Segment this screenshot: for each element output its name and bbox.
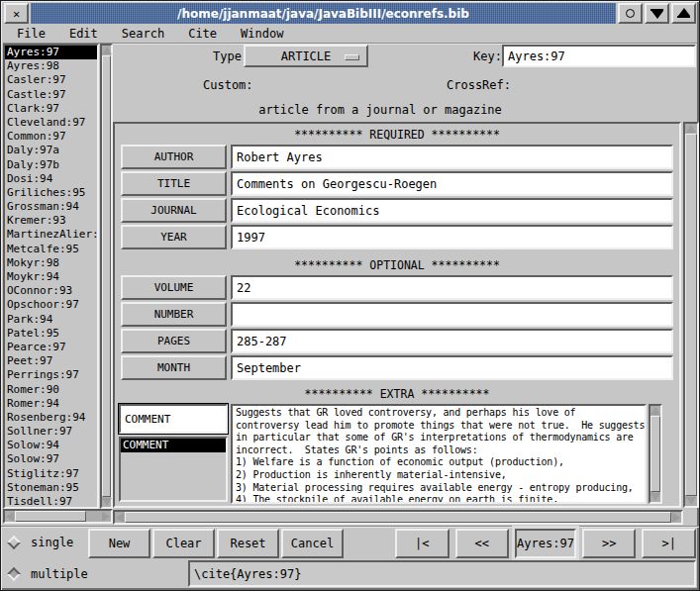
iconify-button[interactable] (618, 3, 643, 24)
bib-key-list[interactable]: Ayres:97Ayres:98Casler:97Castle:97Clark:… (3, 44, 99, 509)
sidebar-vscrollbar[interactable] (100, 44, 113, 509)
journal-input[interactable] (233, 200, 671, 221)
lower-window-button[interactable] (645, 3, 669, 24)
window-title[interactable]: /home/jjanmaat/java/JavaBibIII/econrefs.… (31, 3, 616, 24)
extra-field-name-wrap (119, 404, 228, 434)
pages-field-button[interactable]: PAGES (121, 329, 227, 353)
author-input[interactable] (233, 147, 671, 167)
bib-key-item[interactable]: Tisdell:97 (5, 495, 97, 509)
bib-key-item[interactable]: OConnor:93 (5, 284, 97, 298)
bib-key-item[interactable]: Stiglitz:97 (5, 467, 97, 481)
cite-input[interactable] (190, 562, 694, 585)
bib-key-item[interactable]: Stoneman:95 (5, 481, 97, 495)
menu-file[interactable]: File (17, 27, 46, 41)
bib-key-item[interactable]: Common:97 (5, 130, 97, 144)
scrollbar-thumb[interactable] (102, 55, 111, 497)
bib-key-item[interactable]: Rosenberg:94 (5, 411, 97, 425)
scrollbar-thumb[interactable] (125, 512, 671, 523)
scroll-up-icon[interactable] (686, 125, 696, 133)
bib-key-item[interactable]: Daly:97a (5, 144, 97, 157)
comment-textarea[interactable]: Suggests that GR loved controversy, and … (231, 404, 647, 504)
journal-field-button[interactable]: JOURNAL (121, 198, 227, 223)
bib-key-item[interactable]: Peet:97 (5, 354, 97, 368)
pages-input[interactable] (233, 331, 671, 351)
title-field-button[interactable]: TITLE (121, 171, 227, 196)
bib-key-item[interactable]: Patel:95 (5, 327, 97, 341)
bib-key-item[interactable]: Solow:97 (5, 452, 97, 466)
scrollbar-thumb[interactable] (15, 511, 86, 522)
type-dropdown[interactable]: ARTICLE (244, 45, 368, 67)
extra-field-list-item[interactable]: COMMENT (121, 439, 226, 452)
volume-field-button[interactable]: VOLUME (121, 275, 227, 300)
scroll-left-icon[interactable] (116, 513, 124, 523)
bib-key-item[interactable]: Dosi:94 (5, 172, 97, 186)
menu-cite[interactable]: Cite (188, 27, 217, 41)
menu-edit[interactable]: Edit (69, 27, 98, 41)
main-vscrollbar[interactable] (683, 122, 699, 508)
scroll-down-icon[interactable] (686, 497, 696, 505)
new-button[interactable]: New (88, 529, 150, 558)
bib-key-item[interactable]: Romer:94 (5, 397, 97, 411)
entry-form-panel: ********** REQUIRED ********** AUTHOR TI… (113, 122, 681, 508)
bib-key-item[interactable]: Moykr:94 (5, 270, 97, 284)
bib-key-item[interactable]: Griliches:95 (5, 186, 97, 200)
menu-search[interactable]: Search (122, 27, 164, 41)
scroll-left-icon[interactable] (6, 512, 14, 522)
scroll-down-icon[interactable] (102, 498, 112, 506)
bib-key-item[interactable]: Kremer:93 (5, 214, 97, 228)
sidebar-hscrollbar[interactable] (3, 509, 113, 524)
maximize-button[interactable] (671, 3, 696, 24)
bib-key-item[interactable]: Romer:90 (5, 383, 97, 397)
bib-key-item[interactable]: Daly:97b (5, 158, 97, 172)
bib-key-item[interactable]: Ayres:98 (5, 59, 97, 73)
bib-key-item[interactable]: Grossman:94 (5, 200, 97, 214)
bib-key-item[interactable]: Perrings:97 (5, 368, 97, 382)
year-input[interactable] (233, 227, 671, 247)
main-hscrollbar[interactable] (113, 510, 683, 525)
month-input[interactable] (233, 357, 671, 378)
bib-key-item[interactable]: MartinezAlier:9 (5, 228, 97, 242)
menu-window[interactable]: Window (241, 27, 283, 41)
bib-key-item[interactable]: Metcalfe:95 (5, 243, 97, 256)
scroll-up-icon[interactable] (650, 407, 660, 415)
close-button[interactable]: ✕ (4, 3, 29, 24)
bib-key-item[interactable]: Mokyr:98 (5, 256, 97, 270)
scroll-right-icon[interactable] (672, 513, 680, 523)
key-input[interactable] (504, 47, 694, 65)
number-field-button[interactable]: NUMBER (121, 302, 227, 327)
bib-key-item[interactable]: Sollner:97 (5, 425, 97, 439)
reset-button[interactable]: Reset (217, 529, 279, 558)
month-field-button[interactable]: MONTH (121, 355, 227, 380)
multiple-mode-radio[interactable]: multiple (9, 567, 88, 581)
bib-key-item[interactable]: Casler:97 (5, 73, 97, 87)
scroll-right-icon[interactable] (102, 512, 110, 522)
author-field-button[interactable]: AUTHOR (121, 145, 227, 169)
bib-key-item[interactable]: Solow:94 (5, 439, 97, 452)
next-record-button[interactable]: >> (582, 529, 637, 558)
cancel-button[interactable]: Cancel (281, 529, 344, 558)
clear-button[interactable]: Clear (152, 529, 215, 558)
year-field-button[interactable]: YEAR (121, 225, 227, 249)
bib-key-item[interactable]: Opschoor:97 (5, 298, 97, 312)
scroll-down-icon[interactable] (650, 493, 660, 501)
number-input[interactable] (233, 304, 671, 325)
bib-key-item[interactable]: Clark:97 (5, 102, 97, 116)
single-mode-radio[interactable]: single (9, 536, 73, 549)
current-record-field[interactable]: Ayres:97 (515, 529, 576, 558)
scrollbar-thumb[interactable] (650, 416, 660, 492)
bib-key-item[interactable]: Castle:97 (5, 88, 97, 102)
extra-field-name-input[interactable] (121, 406, 226, 432)
bib-key-item[interactable]: Pearce:97 (5, 341, 97, 354)
volume-input[interactable] (233, 277, 671, 298)
last-record-button[interactable]: >| (642, 529, 696, 558)
scroll-up-icon[interactable] (102, 47, 112, 54)
extra-field-list[interactable]: COMMENT (119, 437, 228, 502)
bib-key-item[interactable]: Ayres:97 (5, 46, 97, 59)
bib-key-item[interactable]: Cleveland:97 (5, 116, 97, 130)
comment-vscrollbar[interactable] (649, 404, 662, 504)
prev-record-button[interactable]: << (455, 529, 510, 558)
first-record-button[interactable]: |< (395, 529, 450, 558)
title-input[interactable] (233, 173, 671, 194)
scrollbar-thumb[interactable] (685, 134, 697, 496)
bib-key-item[interactable]: Park:94 (5, 313, 97, 327)
